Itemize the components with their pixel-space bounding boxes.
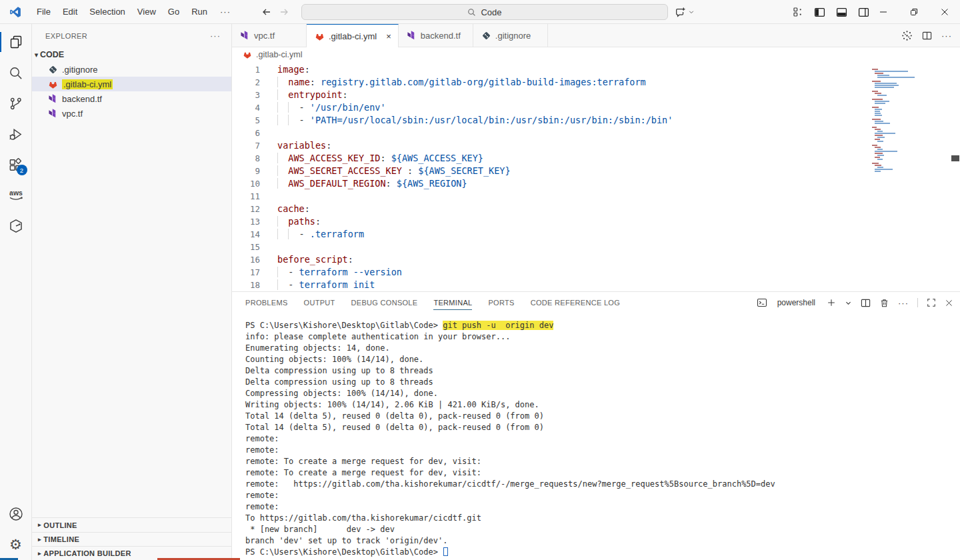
explorer-title: EXPLORER — [45, 32, 87, 40]
menu-item-view[interactable]: View — [131, 3, 162, 21]
copilot-icon — [675, 7, 686, 18]
terminal-line: remote: — [245, 490, 960, 501]
menu-more-button[interactable]: ··· — [213, 7, 237, 17]
line-number: 1 — [232, 63, 260, 76]
customize-layout-icon[interactable] — [793, 7, 803, 17]
new-terminal-icon[interactable] — [827, 298, 836, 307]
activity-bar: 2aws⚙ — [0, 24, 32, 560]
minimap[interactable] — [872, 69, 931, 173]
git-icon — [481, 31, 491, 41]
menu-item-run[interactable]: Run — [185, 3, 213, 21]
terminal-line: remote: — [245, 445, 960, 456]
code-line: 7variables: — [232, 139, 873, 152]
line-number: 17 — [232, 266, 260, 279]
tab-gitignore[interactable]: .gitignore — [473, 24, 548, 47]
activity-extensions-icon[interactable]: 2 — [0, 149, 32, 180]
activity-hexagon-tool-icon[interactable] — [0, 211, 32, 241]
code-line: 9 AWS_SECRET_ACCESS_KEY : ${AWS_SECRET_K… — [232, 165, 873, 177]
terminal-line: Counting objects: 100% (14/14), done. — [245, 354, 960, 365]
forward-arrow-icon[interactable] — [279, 7, 289, 17]
menu-item-edit[interactable]: Edit — [57, 3, 83, 21]
panel-tab-problems[interactable]: PROBLEMS — [245, 292, 288, 313]
restore-button[interactable] — [899, 0, 929, 24]
activity-search-icon[interactable] — [0, 57, 32, 88]
breadcrumb[interactable]: .gitlab-ci.yml — [232, 47, 960, 62]
tab-vpc-tf[interactable]: vpc.tf — [232, 24, 307, 47]
section-label: OUTLINE — [43, 521, 77, 529]
menu-item-go[interactable]: Go — [162, 3, 185, 21]
chevron-right-icon: ▾ — [35, 551, 43, 555]
line-number: 10 — [232, 177, 260, 190]
menu-item-selection[interactable]: Selection — [83, 3, 131, 21]
terminal-line: info: please complete authentication in … — [245, 331, 960, 343]
panel-tab-ports[interactable]: PORTS — [488, 292, 514, 313]
account-icon[interactable] — [0, 499, 32, 529]
menu-item-file[interactable]: File — [31, 3, 57, 21]
code-line: 14 - .terraform — [232, 228, 873, 241]
title-bar: FileEditSelectionViewGoRun ··· Code — [0, 0, 960, 24]
line-number: 15 — [232, 241, 260, 253]
panel-tab-code-reference-log[interactable]: CODE REFERENCE LOG — [531, 292, 620, 313]
terminal-line: Delta compression using up to 8 threads — [245, 377, 960, 388]
terraform-icon — [48, 94, 58, 104]
shell-name[interactable]: powershell — [777, 298, 815, 307]
editor-scrollbar[interactable] — [951, 62, 960, 291]
section-outline[interactable]: ▾OUTLINE — [32, 518, 231, 532]
terminal-line: remote: https://gitlab.com/tha.kishoreku… — [245, 479, 960, 490]
tab-label: .gitlab-ci.yml — [329, 31, 377, 41]
copilot-menu[interactable] — [675, 0, 695, 24]
split-editor-icon[interactable] — [922, 31, 932, 41]
tab-backend-tf[interactable]: backend.tf — [399, 24, 473, 47]
activity-run-debug-icon[interactable] — [0, 119, 32, 149]
settings-gear-icon[interactable]: ⚙ — [0, 529, 32, 560]
toggle-panel-icon[interactable] — [836, 7, 847, 18]
terminal-dropdown-icon[interactable] — [845, 299, 852, 307]
toggle-primary-sidebar-icon[interactable] — [814, 7, 825, 18]
maximize-panel-icon[interactable] — [927, 298, 936, 307]
terminal-line: remote: — [245, 501, 960, 513]
code-editor[interactable]: 1image:2 name: registry.gitlab.com/gitla… — [232, 62, 960, 291]
terminal-cursor — [443, 547, 448, 556]
terminal-line: PS C:\Users\Kishore\Desktop\Gitlab\Code> — [245, 547, 960, 558]
file-item-backend-tf[interactable]: backend.tf — [32, 91, 231, 106]
code-line: 12cache: — [232, 203, 873, 215]
terminal-line: * [new branch] dev -> dev — [245, 524, 960, 535]
split-terminal-icon[interactable] — [861, 298, 871, 308]
close-window-button[interactable] — [929, 0, 960, 24]
folder-root[interactable]: ▾ CODE — [32, 47, 231, 62]
file-tree: ▾ CODE .gitignore.gitlab-ci.ymlbackend.t… — [32, 47, 231, 517]
terraform-icon — [48, 109, 58, 119]
close-panel-icon[interactable] — [945, 299, 953, 307]
code-line: 1image: — [232, 63, 873, 76]
panel-tab-debug-console[interactable]: DEBUG CONSOLE — [351, 292, 418, 313]
editor-more-actions-icon[interactable]: ··· — [941, 31, 952, 41]
activity-source-control-icon[interactable] — [0, 88, 32, 119]
section-timeline[interactable]: ▾TIMELINE — [32, 532, 231, 546]
close-tab-icon[interactable]: × — [386, 31, 391, 41]
breadcrumb-filename: .gitlab-ci.yml — [256, 50, 302, 59]
activity-aws-icon[interactable]: aws — [0, 180, 32, 211]
file-item-gitignore[interactable]: .gitignore — [32, 62, 231, 77]
explorer-more-button[interactable]: ··· — [210, 31, 221, 41]
kill-terminal-icon[interactable] — [879, 298, 889, 308]
tab-gitlab-ci-yml[interactable]: .gitlab-ci.yml× — [307, 24, 399, 47]
ai-suggestions-icon[interactable] — [901, 30, 913, 41]
minimize-button[interactable] — [868, 0, 899, 24]
command-center-search[interactable]: Code — [301, 4, 668, 20]
file-item-gitlab-ci-yml[interactable]: .gitlab-ci.yml — [32, 77, 231, 91]
terminal-output[interactable]: PS C:\Users\Kishore\Desktop\Gitlab\Code>… — [232, 313, 960, 560]
line-number: 12 — [232, 203, 260, 215]
panel-more-actions-icon[interactable]: ··· — [898, 298, 909, 308]
tab-label: backend.tf — [421, 31, 461, 41]
code-line: 18 - terraform init — [232, 279, 873, 291]
panel-tab-terminal[interactable]: TERMINAL — [433, 292, 472, 313]
activity-explorer-icon[interactable] — [0, 27, 32, 57]
terminal-line: Total 14 (delta 5), reused 0 (delta 0), … — [245, 411, 960, 422]
terminal-line: Delta compression using up to 8 threads — [245, 365, 960, 377]
line-number: 18 — [232, 279, 260, 291]
file-item-vpc-tf[interactable]: vpc.tf — [32, 106, 231, 121]
panel-tab-output[interactable]: OUTPUT — [304, 292, 335, 313]
terraform-icon — [240, 31, 250, 41]
back-arrow-icon[interactable] — [261, 7, 272, 17]
terminal-line: Compressing objects: 100% (14/14), done. — [245, 388, 960, 399]
